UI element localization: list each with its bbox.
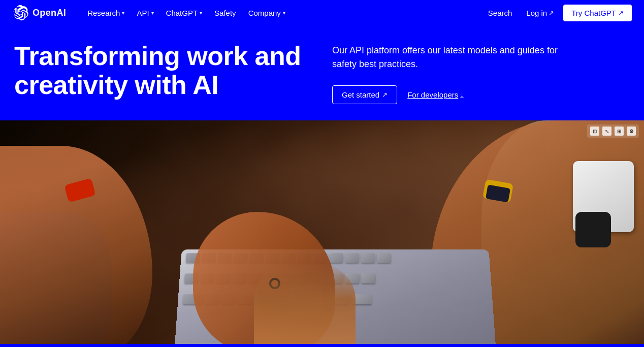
search-button[interactable]: Search	[483, 6, 518, 20]
fullscreen-icon[interactable]: ⤡	[602, 127, 611, 136]
phone-camera	[575, 212, 611, 247]
nav-right: Search Log in ↗ Try ChatGPT ↗	[483, 5, 632, 21]
resize-icon[interactable]: ⊡	[590, 127, 599, 136]
get-started-button[interactable]: Get started ↗	[332, 85, 397, 104]
chevron-down-icon: ▾	[200, 10, 202, 16]
hero-description: Our API platform offers our latest model…	[332, 44, 576, 71]
chevron-down-icon: ▾	[151, 10, 154, 16]
expand-icon[interactable]: ⊞	[615, 127, 624, 136]
brand-name: OpenAI	[33, 8, 66, 18]
chevron-down-icon: ▾	[122, 10, 124, 16]
login-button[interactable]: Log in ↗	[521, 6, 559, 20]
keyboard-key	[345, 253, 360, 263]
nav-api[interactable]: API ▾	[132, 5, 158, 21]
nav-research[interactable]: Research ▾	[82, 5, 130, 21]
hero-section: Transforming work and creativity with AI…	[0, 25, 644, 120]
for-developers-button[interactable]: For developers ↓	[407, 90, 464, 99]
nav-safety[interactable]: Safety	[209, 5, 241, 21]
nav-chatgpt[interactable]: ChatGPT ▾	[161, 5, 208, 21]
hero-buttons: Get started ↗ For developers ↓	[332, 85, 630, 104]
hero-image: ⊡ ⤡ ⊞ ⚙	[0, 120, 644, 344]
chevron-down-icon: ▾	[283, 10, 285, 16]
image-toolbar: ⊡ ⤡ ⊞ ⚙	[587, 124, 639, 138]
keyboard-key	[361, 273, 375, 283]
nav-company[interactable]: Company ▾	[243, 5, 291, 21]
keyboard-key	[329, 253, 343, 263]
openai-logo-icon	[12, 5, 28, 21]
hero-title: Transforming work and creativity with AI	[14, 42, 312, 100]
logo[interactable]: OpenAI	[12, 5, 66, 21]
hero-left: Transforming work and creativity with AI	[14, 42, 312, 100]
hero-right: Our API platform offers our latest model…	[332, 42, 630, 104]
navbar: OpenAI Research ▾ API ▾ ChatGPT ▾ Safety…	[0, 0, 644, 25]
keyboard-key	[361, 253, 375, 263]
keyboard-key	[377, 253, 391, 263]
phone-book	[573, 161, 634, 232]
bottom-hand	[254, 263, 356, 344]
settings-icon[interactable]: ⚙	[627, 127, 636, 136]
try-chatgpt-button[interactable]: Try ChatGPT ↗	[563, 5, 632, 21]
nav-links: Research ▾ API ▾ ChatGPT ▾ Safety Compan…	[82, 5, 483, 21]
